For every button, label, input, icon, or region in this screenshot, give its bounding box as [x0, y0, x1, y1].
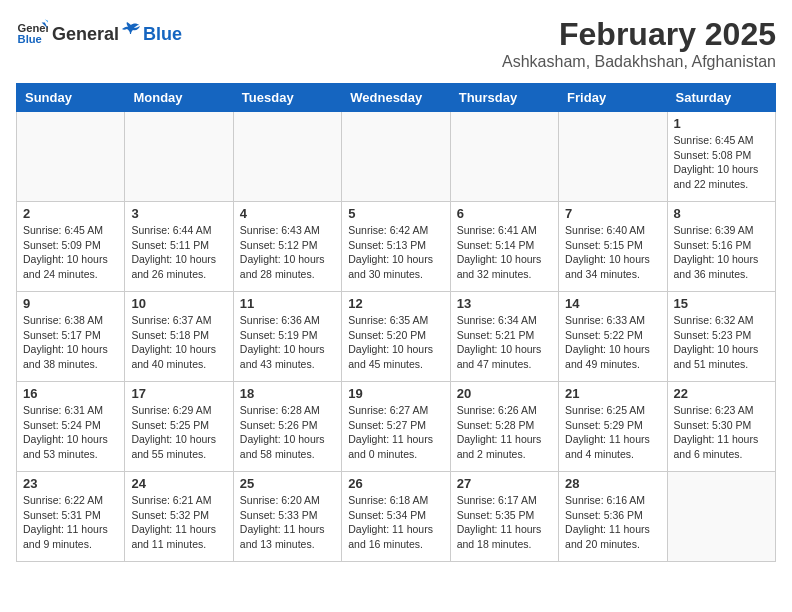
logo-general: General	[52, 24, 119, 45]
day-header-tuesday: Tuesday	[233, 84, 341, 112]
calendar-cell: 8Sunrise: 6:39 AM Sunset: 5:16 PM Daylig…	[667, 202, 775, 292]
day-info: Sunrise: 6:31 AM Sunset: 5:24 PM Dayligh…	[23, 403, 118, 462]
calendar-cell: 21Sunrise: 6:25 AM Sunset: 5:29 PM Dayli…	[559, 382, 667, 472]
calendar-cell: 25Sunrise: 6:20 AM Sunset: 5:33 PM Dayli…	[233, 472, 341, 562]
logo-bird-icon	[121, 20, 141, 40]
calendar-cell: 28Sunrise: 6:16 AM Sunset: 5:36 PM Dayli…	[559, 472, 667, 562]
calendar-cell: 6Sunrise: 6:41 AM Sunset: 5:14 PM Daylig…	[450, 202, 558, 292]
day-number: 25	[240, 476, 335, 491]
calendar-cell: 24Sunrise: 6:21 AM Sunset: 5:32 PM Dayli…	[125, 472, 233, 562]
calendar-cell: 13Sunrise: 6:34 AM Sunset: 5:21 PM Dayli…	[450, 292, 558, 382]
day-info: Sunrise: 6:21 AM Sunset: 5:32 PM Dayligh…	[131, 493, 226, 552]
day-info: Sunrise: 6:18 AM Sunset: 5:34 PM Dayligh…	[348, 493, 443, 552]
day-number: 7	[565, 206, 660, 221]
calendar-header-row: SundayMondayTuesdayWednesdayThursdayFrid…	[17, 84, 776, 112]
day-number: 4	[240, 206, 335, 221]
day-number: 5	[348, 206, 443, 221]
day-number: 6	[457, 206, 552, 221]
calendar-cell: 23Sunrise: 6:22 AM Sunset: 5:31 PM Dayli…	[17, 472, 125, 562]
calendar-cell: 15Sunrise: 6:32 AM Sunset: 5:23 PM Dayli…	[667, 292, 775, 382]
day-info: Sunrise: 6:45 AM Sunset: 5:09 PM Dayligh…	[23, 223, 118, 282]
logo-blue: Blue	[143, 24, 182, 45]
month-year-title: February 2025	[502, 16, 776, 53]
day-info: Sunrise: 6:23 AM Sunset: 5:30 PM Dayligh…	[674, 403, 769, 462]
day-number: 15	[674, 296, 769, 311]
day-number: 27	[457, 476, 552, 491]
svg-text:Blue: Blue	[18, 33, 42, 45]
day-info: Sunrise: 6:38 AM Sunset: 5:17 PM Dayligh…	[23, 313, 118, 372]
calendar-cell	[559, 112, 667, 202]
calendar-cell: 2Sunrise: 6:45 AM Sunset: 5:09 PM Daylig…	[17, 202, 125, 292]
day-info: Sunrise: 6:42 AM Sunset: 5:13 PM Dayligh…	[348, 223, 443, 282]
calendar-cell: 3Sunrise: 6:44 AM Sunset: 5:11 PM Daylig…	[125, 202, 233, 292]
calendar-cell: 9Sunrise: 6:38 AM Sunset: 5:17 PM Daylig…	[17, 292, 125, 382]
week-row-5: 23Sunrise: 6:22 AM Sunset: 5:31 PM Dayli…	[17, 472, 776, 562]
day-info: Sunrise: 6:27 AM Sunset: 5:27 PM Dayligh…	[348, 403, 443, 462]
calendar-cell: 10Sunrise: 6:37 AM Sunset: 5:18 PM Dayli…	[125, 292, 233, 382]
day-header-monday: Monday	[125, 84, 233, 112]
calendar-table: SundayMondayTuesdayWednesdayThursdayFrid…	[16, 83, 776, 562]
day-info: Sunrise: 6:34 AM Sunset: 5:21 PM Dayligh…	[457, 313, 552, 372]
calendar-cell	[233, 112, 341, 202]
calendar-cell	[342, 112, 450, 202]
calendar-cell	[667, 472, 775, 562]
logo: General Blue General Blue	[16, 16, 182, 48]
day-info: Sunrise: 6:39 AM Sunset: 5:16 PM Dayligh…	[674, 223, 769, 282]
day-number: 21	[565, 386, 660, 401]
day-number: 22	[674, 386, 769, 401]
calendar-cell: 20Sunrise: 6:26 AM Sunset: 5:28 PM Dayli…	[450, 382, 558, 472]
day-info: Sunrise: 6:29 AM Sunset: 5:25 PM Dayligh…	[131, 403, 226, 462]
calendar-cell: 16Sunrise: 6:31 AM Sunset: 5:24 PM Dayli…	[17, 382, 125, 472]
day-info: Sunrise: 6:40 AM Sunset: 5:15 PM Dayligh…	[565, 223, 660, 282]
day-number: 28	[565, 476, 660, 491]
day-info: Sunrise: 6:41 AM Sunset: 5:14 PM Dayligh…	[457, 223, 552, 282]
page-header: General Blue General Blue February 2025 …	[16, 16, 776, 71]
day-number: 2	[23, 206, 118, 221]
day-header-sunday: Sunday	[17, 84, 125, 112]
day-info: Sunrise: 6:37 AM Sunset: 5:18 PM Dayligh…	[131, 313, 226, 372]
week-row-2: 2Sunrise: 6:45 AM Sunset: 5:09 PM Daylig…	[17, 202, 776, 292]
day-info: Sunrise: 6:17 AM Sunset: 5:35 PM Dayligh…	[457, 493, 552, 552]
logo-icon: General Blue	[16, 16, 48, 48]
day-number: 14	[565, 296, 660, 311]
calendar-cell: 17Sunrise: 6:29 AM Sunset: 5:25 PM Dayli…	[125, 382, 233, 472]
location-subtitle: Ashkasham, Badakhshan, Afghanistan	[502, 53, 776, 71]
day-number: 1	[674, 116, 769, 131]
calendar-cell: 18Sunrise: 6:28 AM Sunset: 5:26 PM Dayli…	[233, 382, 341, 472]
day-info: Sunrise: 6:32 AM Sunset: 5:23 PM Dayligh…	[674, 313, 769, 372]
calendar-cell: 11Sunrise: 6:36 AM Sunset: 5:19 PM Dayli…	[233, 292, 341, 382]
day-number: 11	[240, 296, 335, 311]
calendar-cell: 7Sunrise: 6:40 AM Sunset: 5:15 PM Daylig…	[559, 202, 667, 292]
day-info: Sunrise: 6:22 AM Sunset: 5:31 PM Dayligh…	[23, 493, 118, 552]
title-block: February 2025 Ashkasham, Badakhshan, Afg…	[502, 16, 776, 71]
day-info: Sunrise: 6:45 AM Sunset: 5:08 PM Dayligh…	[674, 133, 769, 192]
day-number: 20	[457, 386, 552, 401]
week-row-3: 9Sunrise: 6:38 AM Sunset: 5:17 PM Daylig…	[17, 292, 776, 382]
calendar-cell: 4Sunrise: 6:43 AM Sunset: 5:12 PM Daylig…	[233, 202, 341, 292]
day-number: 8	[674, 206, 769, 221]
day-header-saturday: Saturday	[667, 84, 775, 112]
day-info: Sunrise: 6:20 AM Sunset: 5:33 PM Dayligh…	[240, 493, 335, 552]
day-info: Sunrise: 6:44 AM Sunset: 5:11 PM Dayligh…	[131, 223, 226, 282]
day-info: Sunrise: 6:36 AM Sunset: 5:19 PM Dayligh…	[240, 313, 335, 372]
day-number: 19	[348, 386, 443, 401]
calendar-cell: 27Sunrise: 6:17 AM Sunset: 5:35 PM Dayli…	[450, 472, 558, 562]
day-number: 17	[131, 386, 226, 401]
day-number: 18	[240, 386, 335, 401]
calendar-cell	[450, 112, 558, 202]
day-info: Sunrise: 6:35 AM Sunset: 5:20 PM Dayligh…	[348, 313, 443, 372]
day-info: Sunrise: 6:43 AM Sunset: 5:12 PM Dayligh…	[240, 223, 335, 282]
calendar-cell	[125, 112, 233, 202]
day-number: 23	[23, 476, 118, 491]
week-row-1: 1Sunrise: 6:45 AM Sunset: 5:08 PM Daylig…	[17, 112, 776, 202]
day-info: Sunrise: 6:28 AM Sunset: 5:26 PM Dayligh…	[240, 403, 335, 462]
calendar-cell: 14Sunrise: 6:33 AM Sunset: 5:22 PM Dayli…	[559, 292, 667, 382]
day-number: 3	[131, 206, 226, 221]
calendar-cell	[17, 112, 125, 202]
day-info: Sunrise: 6:33 AM Sunset: 5:22 PM Dayligh…	[565, 313, 660, 372]
day-header-wednesday: Wednesday	[342, 84, 450, 112]
calendar-cell: 26Sunrise: 6:18 AM Sunset: 5:34 PM Dayli…	[342, 472, 450, 562]
calendar-cell: 12Sunrise: 6:35 AM Sunset: 5:20 PM Dayli…	[342, 292, 450, 382]
calendar-cell: 19Sunrise: 6:27 AM Sunset: 5:27 PM Dayli…	[342, 382, 450, 472]
day-info: Sunrise: 6:25 AM Sunset: 5:29 PM Dayligh…	[565, 403, 660, 462]
